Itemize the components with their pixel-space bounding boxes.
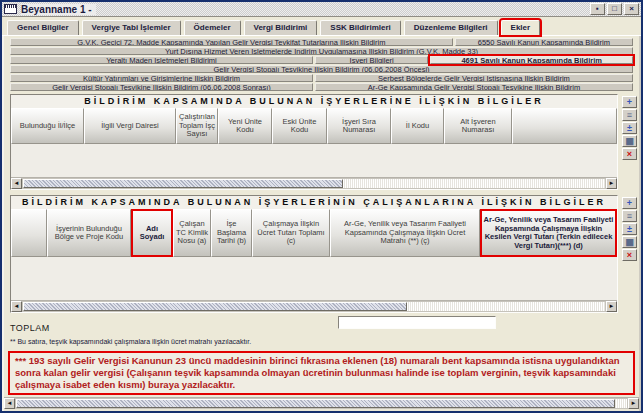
tab-duzenleme-bilgileri[interactable]: Düzenleme Bilgileri <box>404 20 498 35</box>
scroll-thumb[interactable] <box>23 302 407 311</box>
footnote-double-star: ** Bu satıra, teşvik kapsamındaki çalışm… <box>2 335 641 348</box>
col-row-selector <box>11 209 47 257</box>
col-arge-ucret-matrahi[interactable]: Ar-Ge, Yenilik veya Tasarım Faaliyeti Ka… <box>330 209 480 257</box>
attachment-button-4691-sayili-kanun[interactable]: 4691 Sayılı Kanun Kapsamında Bildirim <box>430 56 633 64</box>
window-icon <box>4 4 17 14</box>
footnote-triple-star: *** 193 sayılı Gelir Vergisi Kanunun 23 … <box>8 351 635 395</box>
col-alt-isveren-numarasi[interactable]: Alt İşveren Numarası <box>444 108 512 144</box>
workplaces-table-title: BİLDİRİM KAPSAMINDA BULUNAN İŞYERLERİNE … <box>11 95 617 108</box>
workplaces-row-tools: + ≡ ± ▦ × <box>622 94 637 190</box>
tab-ekler[interactable]: Ekler <box>501 20 541 35</box>
employees-row-tools: + ≡ ± ▦ × <box>622 195 637 313</box>
total-input[interactable] <box>338 316 496 329</box>
col-arge-kesilen-vergi-tutari[interactable]: Ar-Ge, Yenilik veya Tasarım Faaliyeti Ka… <box>480 209 617 257</box>
col-ucret-tutari-toplami[interactable]: Çalışmaya İlişkin Ücret Tutarı Toplamı (… <box>252 209 330 257</box>
scroll-left-icon[interactable]: ◄ <box>11 178 22 189</box>
scroll-left-icon[interactable]: ◄ <box>11 301 22 312</box>
attachment-button-yurt-disina-hizmet[interactable]: Yurt Dışına Hizmet Veren İşletmelerde İn… <box>10 47 633 55</box>
attachment-button-arge-stopaj-tesvik[interactable]: Ar-Ge Kapsamında Gelir Vergisi Stopajı T… <box>315 83 633 91</box>
title-bar[interactable]: Beyanname 1 - ▪ □ × <box>2 2 641 17</box>
add-row-icon[interactable]: + <box>622 197 637 209</box>
attachment-button-gvk-gecici-72[interactable]: G.V.K. Geçici 72. Madde Kapsamında Yapıl… <box>10 38 453 46</box>
attachment-button-kultur-yatirimlari[interactable]: Kültür Yatırımları ve Girişimlerine İliş… <box>10 74 313 82</box>
col-bolge-ve-proje-kodu[interactable]: İşyerinin Bulunduğu Bölge ve Proje Kodu <box>47 209 131 257</box>
close-icon[interactable]: × <box>624 3 639 15</box>
attachment-button-list: G.V.K. Geçici 72. Madde Kapsamında Yapıl… <box>2 35 641 92</box>
workplaces-table-body[interactable] <box>11 144 617 177</box>
tab-odemeler[interactable]: Ödemeler <box>184 20 241 35</box>
col-empty <box>512 108 617 144</box>
insert-row-icon[interactable]: ± <box>622 122 637 134</box>
workplaces-table: BİLDİRİM KAPSAMINDA BULUNAN İŞYERLERİNE … <box>10 94 618 190</box>
duplicate-row-icon[interactable]: ≡ <box>622 210 637 222</box>
col-adi-soyadi[interactable]: Adı Soyadı <box>131 209 173 257</box>
employees-table: BİLDİRİM KAPSAMINDA BULUNAN İŞYERLERİNİN… <box>10 195 618 313</box>
window-title: Beyanname 1 - <box>21 4 96 15</box>
delete-row-icon[interactable]: × <box>622 249 637 261</box>
attachment-button-stopaj-tesvik-oncesi[interactable]: Gelir Vergisi Stopajı Teşvikine İlişkin … <box>10 65 633 73</box>
attachment-button-stopaj-tesvik-sonrasi[interactable]: Gelir Vergisi Stopajı Teşvikine İlişkin … <box>10 83 313 91</box>
scroll-left-icon[interactable]: ◄ <box>4 398 15 409</box>
beyanname-window: Beyanname 1 - ▪ □ × Genel Bilgiler Vergi… <box>0 0 643 413</box>
scroll-thumb[interactable] <box>16 399 615 408</box>
employees-header-row: İşyerinin Bulunduğu Bölge ve Proje Kodu … <box>11 209 617 257</box>
tab-vergi-bildirimi[interactable]: Vergi Bildirimi <box>244 20 318 35</box>
attachment-button-6550-sayili-kanun[interactable]: 6550 Sayılı Kanun Kapsamında Bildirim <box>455 38 633 46</box>
grid-options-icon[interactable]: ▦ <box>622 236 637 248</box>
col-bulundugu-il-ilce[interactable]: Bulunduğu İl/İlçe <box>11 108 84 144</box>
employees-table-body[interactable] <box>11 257 617 300</box>
delete-row-icon[interactable]: × <box>622 148 637 160</box>
scroll-right-icon[interactable]: ► <box>606 178 617 189</box>
total-label: TOPLAM <box>10 323 50 333</box>
grid-options-icon[interactable]: ▦ <box>622 135 637 147</box>
attachment-button-serbest-bolgeler[interactable]: Serbest Bölgelerde Gelir Vergisi İstisna… <box>315 74 633 82</box>
col-eski-unite-kodu[interactable]: Eski Ünite Kodu <box>272 108 327 144</box>
col-ilgili-vergi-dairesi[interactable]: İlgili Vergi Dairesi <box>84 108 176 144</box>
duplicate-row-icon[interactable]: ≡ <box>622 109 637 121</box>
minimize-icon[interactable]: ▪ <box>590 3 605 15</box>
insert-row-icon[interactable]: ± <box>622 223 637 235</box>
employees-table-title: BİLDİRİM KAPSAMINDA BULUNAN İŞYERLERİNİN… <box>11 196 617 209</box>
restore-icon[interactable]: □ <box>607 3 622 15</box>
tab-bar: Genel Bilgiler Vergiye Tabi İşlemler Öde… <box>2 17 641 35</box>
col-tc-kimlik-nosu[interactable]: Çalışan TC Kimlik Nosu (a) <box>173 209 211 257</box>
tab-vergiye-tabi-islemler[interactable]: Vergiye Tabi İşlemler <box>82 20 181 35</box>
scroll-right-icon[interactable]: ► <box>628 398 639 409</box>
col-calistirilan-toplam-isci-sayisi[interactable]: Çalıştırılan Toplam İşç Sayısı <box>176 108 218 144</box>
attachment-button-yeralti-maden[interactable]: Yeraltı Maden İşletmeleri Bildirimi <box>10 56 313 64</box>
tab-genel-bilgiler[interactable]: Genel Bilgiler <box>7 20 79 35</box>
add-row-icon[interactable]: + <box>622 96 637 108</box>
scroll-right-icon[interactable]: ► <box>606 301 617 312</box>
window-hscrollbar[interactable]: ◄ ► <box>4 397 639 409</box>
workplaces-hscrollbar[interactable]: ◄ ► <box>11 177 617 189</box>
col-ise-baslama-tarihi[interactable]: İşe Başlama Tarihi (b) <box>211 209 252 257</box>
col-yeni-unite-kodu[interactable]: Yeni Ünite Kodu <box>218 108 272 144</box>
attachment-button-isyeri-bilgileri[interactable]: İşyeri Bilgileri <box>315 56 428 64</box>
tab-ssk-bildirimleri[interactable]: SSK Bildirimleri <box>320 20 400 35</box>
col-il-kodu[interactable]: İl Kodu <box>391 108 444 144</box>
employees-hscrollbar[interactable]: ◄ ► <box>11 300 617 312</box>
col-isyeri-sira-numarasi[interactable]: İşyeri Sıra Numarası <box>327 108 391 144</box>
workplaces-header-row: Bulunduğu İl/İlçe İlgili Vergi Dairesi Ç… <box>11 108 617 144</box>
scroll-thumb[interactable] <box>23 179 343 188</box>
total-row: TOPLAM <box>2 313 641 335</box>
